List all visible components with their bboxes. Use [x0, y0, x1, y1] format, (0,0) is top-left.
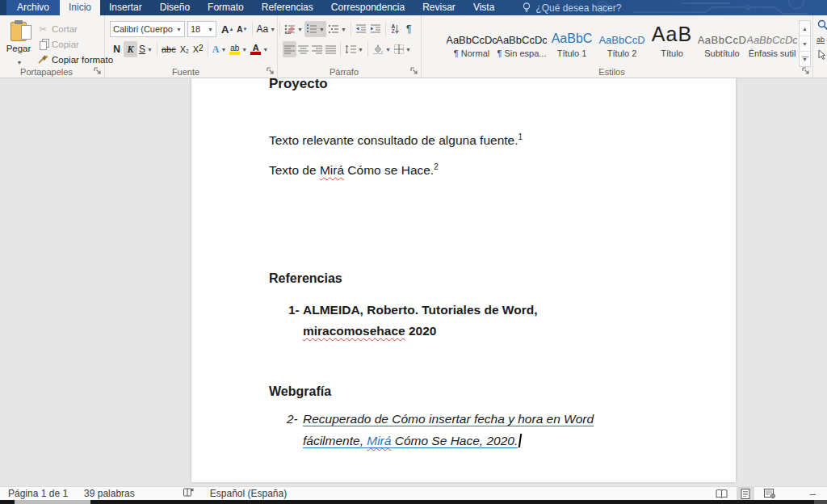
italic-button[interactable]: K: [124, 41, 137, 57]
line-spacing-button[interactable]: ▼: [343, 41, 365, 57]
bold-button[interactable]: N: [110, 41, 124, 57]
shrink-font-button[interactable]: A▼: [235, 21, 249, 37]
view-web-layout-button[interactable]: [761, 487, 779, 500]
styles-gallery-scrollbar[interactable]: ▲ ▼ ▼: [799, 20, 811, 67]
multilevel-dropdown-arrow-icon: ▼: [341, 27, 346, 32]
justify-button[interactable]: [324, 41, 338, 57]
tell-me-box[interactable]: ¿Qué desea hacer?: [514, 0, 629, 15]
style-subtitulo[interactable]: AaBbCcD Subtítulo: [697, 15, 747, 62]
sort-down-arrow-icon: [395, 25, 399, 34]
group-label-portapapeles: Portapapeles: [0, 67, 93, 77]
numbering-button[interactable]: ▼: [304, 21, 326, 37]
align-right-button[interactable]: [310, 41, 324, 57]
style-normal[interactable]: AaBbCcDc ¶ Normal: [447, 15, 497, 62]
grow-font-button[interactable]: A▲: [220, 21, 235, 37]
styles-gallery-more-icon[interactable]: ▼: [800, 52, 810, 66]
document-canvas[interactable]: Proyecto Texto relevante consultado de a…: [0, 78, 827, 486]
cut-button[interactable]: ✂ Cortar: [37, 22, 78, 36]
show-marks-button[interactable]: ¶: [402, 21, 416, 37]
style-titulo-2[interactable]: AaBbCcD Título 2: [597, 15, 647, 62]
spellcheck-status-icon[interactable]: [175, 488, 202, 499]
align-left-icon: [284, 45, 295, 54]
web-layout-icon: [764, 489, 775, 498]
paragraph-dialog-launcher[interactable]: [410, 67, 418, 75]
style-sin-espaciado[interactable]: AaBbCcDc ¶ Sin espa...: [497, 15, 547, 62]
line-spacing-icon: [345, 44, 356, 54]
decrease-indent-button[interactable]: [354, 21, 368, 37]
text-effects-dropdown-arrow-icon: ▼: [220, 47, 226, 52]
change-case-button[interactable]: Aa▼: [255, 21, 278, 37]
align-right-icon: [312, 45, 322, 54]
borders-button[interactable]: ▼: [393, 41, 413, 57]
multilevel-list-button[interactable]: ▼: [326, 21, 348, 37]
search-icon[interactable]: [817, 19, 827, 31]
increase-indent-button[interactable]: [368, 21, 383, 37]
subscript-button[interactable]: X2: [178, 41, 191, 57]
styles-scroll-down-icon[interactable]: ▼: [800, 36, 810, 52]
copy-icon: [37, 39, 48, 50]
format-painter-label: Copiar formato: [52, 55, 113, 65]
style-titulo[interactable]: AaB Título: [647, 15, 697, 62]
style-enfasis-sutil[interactable]: AaBbCcDc Énfasis sutil: [747, 15, 797, 62]
underline-button[interactable]: S▼: [137, 41, 154, 57]
paste-button[interactable]: Pegar ▼: [4, 20, 33, 72]
view-read-mode-button[interactable]: [712, 487, 730, 500]
footnote-ref-2[interactable]: 2: [434, 162, 439, 171]
view-print-layout-button[interactable]: [737, 487, 754, 500]
misspelled-word: Mirá: [367, 434, 391, 447]
shading-button[interactable]: ▼: [371, 41, 393, 57]
status-page-count[interactable]: Página 1 de 1: [0, 488, 76, 499]
bullets-button[interactable]: ▼: [283, 21, 304, 37]
font-family-combo[interactable]: Calibri (Cuerpo▼: [110, 21, 185, 37]
group-parrafo: ▼ ▼ ▼ AZ ¶: [279, 15, 422, 78]
justify-icon: [325, 45, 336, 54]
borders-dropdown-arrow-icon: ▼: [405, 47, 411, 52]
text-highlight-button[interactable]: ab ▼: [228, 41, 249, 57]
sort-button[interactable]: AZ: [388, 21, 402, 37]
paste-dropdown-arrow-icon[interactable]: ▼: [17, 60, 23, 65]
strikethrough-button[interactable]: abc: [160, 41, 178, 57]
zoom-out-button[interactable]: –: [810, 488, 816, 500]
tab-diseno[interactable]: Diseño: [151, 0, 199, 15]
tab-inicio[interactable]: Inicio: [60, 0, 100, 15]
tab-formato[interactable]: Formato: [199, 0, 253, 15]
cursor-arrow-icon: [817, 49, 825, 60]
shading-dropdown-arrow-icon: ▼: [385, 47, 391, 52]
select-button[interactable]: [817, 49, 825, 60]
tab-revisar[interactable]: Revisar: [414, 0, 464, 15]
font-size-combo[interactable]: 18▼: [187, 21, 216, 37]
tab-referencias[interactable]: Referencias: [253, 0, 322, 15]
font-color-button[interactable]: A ▼: [249, 41, 270, 57]
footnote-ref-1[interactable]: 1: [518, 132, 523, 141]
increase-indent-icon: [370, 24, 381, 34]
paste-label: Pegar: [4, 44, 33, 53]
tab-archivo[interactable]: Archivo: [6, 0, 60, 15]
tab-correspondencia[interactable]: Correspondencia: [322, 0, 414, 15]
format-painter-button[interactable]: Copiar formato: [37, 52, 113, 66]
styles-dialog-launcher[interactable]: [802, 67, 810, 75]
group-label-fuente: Fuente: [106, 67, 266, 77]
text-effects-button[interactable]: A▼: [211, 41, 229, 57]
group-edicion-clipped: ab→a: [814, 15, 827, 78]
status-language[interactable]: Español (España): [202, 488, 295, 499]
clipboard-dialog-launcher[interactable]: [94, 67, 102, 75]
group-portapapeles: Pegar ▼ ✂ Cortar Copiar Copiar formato P…: [0, 15, 105, 78]
style-titulo-1[interactable]: AaBbC Título 1: [547, 15, 597, 62]
superscript-button[interactable]: X2: [191, 41, 205, 57]
tab-insertar[interactable]: Insertar: [100, 0, 151, 15]
styles-scroll-up-icon[interactable]: ▲: [800, 21, 810, 36]
align-center-button[interactable]: [296, 41, 310, 57]
align-left-button[interactable]: [283, 41, 296, 57]
font-color-dropdown-arrow-icon: ▼: [262, 47, 268, 52]
ribbon: Pegar ▼ ✂ Cortar Copiar Copiar formato P…: [0, 15, 827, 78]
status-word-count[interactable]: 39 palabras: [76, 488, 143, 499]
hyperlink[interactable]: Recuperado de Cómo insertar fecha y hora…: [303, 412, 594, 447]
document-page[interactable]: Proyecto Texto relevante consultado de a…: [191, 78, 736, 482]
read-mode-icon: [716, 489, 728, 498]
tab-vista[interactable]: Vista: [464, 0, 503, 15]
group-estilos: AaBbCcDc ¶ Normal AaBbCcDc ¶ Sin espa...…: [422, 15, 813, 78]
replace-button[interactable]: ab→a: [817, 36, 827, 44]
copy-button[interactable]: Copiar: [37, 37, 79, 51]
format-painter-brush-icon: [37, 55, 48, 65]
font-dialog-launcher[interactable]: [267, 67, 275, 75]
